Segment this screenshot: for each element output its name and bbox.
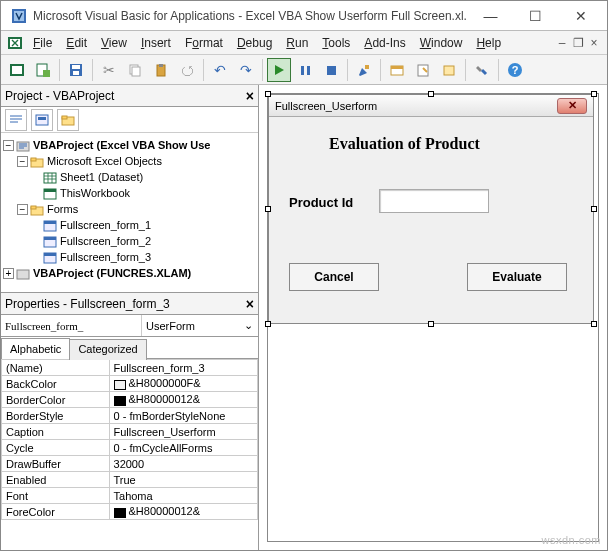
menu-file[interactable]: File bbox=[27, 33, 58, 53]
svg-rect-21 bbox=[444, 66, 454, 75]
project-tree[interactable]: −VBAProject (Excel VBA Show Use −Microso… bbox=[1, 133, 258, 293]
cancel-button[interactable]: Cancel bbox=[289, 263, 379, 291]
window-title: Microsoft Visual Basic for Applications … bbox=[33, 9, 468, 23]
product-id-label: Product Id bbox=[289, 195, 353, 210]
view-code-button[interactable] bbox=[5, 109, 27, 131]
property-value[interactable]: 32000 bbox=[109, 456, 257, 472]
tree-thisworkbook[interactable]: ThisWorkbook bbox=[60, 187, 130, 199]
property-value[interactable]: Tahoma bbox=[109, 488, 257, 504]
tree-form-1[interactable]: Fullscreen_form_1 bbox=[60, 219, 151, 231]
property-value[interactable]: &H80000012& bbox=[109, 392, 257, 408]
userform-close-button[interactable]: ✕ bbox=[557, 98, 587, 114]
property-row[interactable]: CaptionFullscreen_Userform bbox=[2, 424, 258, 440]
break-button[interactable] bbox=[293, 58, 317, 82]
tree-vbaproject[interactable]: VBAProject (Excel VBA Show Use bbox=[33, 139, 210, 151]
svg-rect-6 bbox=[43, 70, 50, 77]
window-titlebar: Microsoft Visual Basic for Applications … bbox=[1, 1, 607, 31]
property-value[interactable]: True bbox=[109, 472, 257, 488]
tree-forms-folder[interactable]: Forms bbox=[47, 203, 78, 215]
property-name: Caption bbox=[2, 424, 110, 440]
menu-format[interactable]: Format bbox=[179, 33, 229, 53]
svg-rect-40 bbox=[44, 237, 56, 240]
tree-excel-objects[interactable]: Microsoft Excel Objects bbox=[47, 155, 162, 167]
cut-button[interactable]: ✂ bbox=[97, 58, 121, 82]
svg-rect-19 bbox=[391, 66, 403, 69]
copy-button[interactable] bbox=[123, 58, 147, 82]
mdi-close-icon[interactable]: × bbox=[587, 36, 601, 50]
mdi-minimize-icon[interactable]: – bbox=[555, 36, 569, 50]
property-row[interactable]: BorderStyle0 - fmBorderStyleNone bbox=[2, 408, 258, 424]
insert-module-button[interactable] bbox=[31, 58, 55, 82]
product-id-textbox[interactable] bbox=[379, 189, 489, 213]
window-close-button[interactable]: ✕ bbox=[558, 2, 603, 30]
property-row[interactable]: BorderColor&H80000012& bbox=[2, 392, 258, 408]
properties-pane-close-button[interactable]: × bbox=[246, 296, 254, 312]
properties-window-button[interactable] bbox=[411, 58, 435, 82]
help-button[interactable]: ? bbox=[503, 58, 527, 82]
tree-form-3[interactable]: Fullscreen_form_3 bbox=[60, 251, 151, 263]
tab-categorized[interactable]: Categorized bbox=[69, 339, 146, 360]
userform-caption: Fullscreen_Userform bbox=[275, 100, 377, 112]
paste-button[interactable] bbox=[149, 58, 173, 82]
project-explorer-button[interactable] bbox=[385, 58, 409, 82]
properties-grid[interactable]: (Name)Fullscreen_form_3BackColor&H800000… bbox=[1, 359, 258, 550]
svg-rect-32 bbox=[44, 173, 56, 183]
property-value[interactable]: &H8000000F& bbox=[109, 376, 257, 392]
menu-window[interactable]: Window bbox=[414, 33, 469, 53]
redo-button[interactable]: ↷ bbox=[234, 58, 258, 82]
property-name: ForeColor bbox=[2, 504, 110, 520]
chevron-down-icon[interactable]: ⌄ bbox=[240, 319, 256, 332]
mdi-restore-icon[interactable]: ❐ bbox=[571, 36, 585, 50]
svg-rect-28 bbox=[62, 116, 67, 119]
view-object-button[interactable] bbox=[31, 109, 53, 131]
object-name-field[interactable] bbox=[1, 315, 142, 336]
project-pane-close-button[interactable]: × bbox=[246, 88, 254, 104]
property-row[interactable]: ForeColor&H80000012& bbox=[2, 504, 258, 520]
run-button[interactable] bbox=[267, 58, 291, 82]
properties-pane-title: Properties - Fullscreen_form_3 × bbox=[1, 293, 258, 315]
menu-view[interactable]: View bbox=[95, 33, 133, 53]
undo-button[interactable]: ↶ bbox=[208, 58, 232, 82]
property-value[interactable]: 0 - fmBorderStyleNone bbox=[109, 408, 257, 424]
design-mode-button[interactable] bbox=[352, 58, 376, 82]
reset-button[interactable] bbox=[319, 58, 343, 82]
evaluate-button[interactable]: Evaluate bbox=[467, 263, 567, 291]
menu-debug[interactable]: Debug bbox=[231, 33, 278, 53]
tab-alphabetic[interactable]: Alphabetic bbox=[1, 338, 70, 359]
property-row[interactable]: EnabledTrue bbox=[2, 472, 258, 488]
object-selector[interactable]: UserForm⌄ bbox=[1, 315, 258, 337]
property-value[interactable]: &H80000012& bbox=[109, 504, 257, 520]
svg-text:?: ? bbox=[512, 64, 519, 76]
menu-help[interactable]: Help bbox=[470, 33, 507, 53]
menu-insert[interactable]: Insert bbox=[135, 33, 177, 53]
property-row[interactable]: FontTahoma bbox=[2, 488, 258, 504]
toggle-folders-button[interactable] bbox=[57, 109, 79, 131]
property-row[interactable]: DrawBuffer32000 bbox=[2, 456, 258, 472]
save-button[interactable] bbox=[64, 58, 88, 82]
object-browser-button[interactable] bbox=[437, 58, 461, 82]
menu-tools[interactable]: Tools bbox=[316, 33, 356, 53]
property-row[interactable]: BackColor&H8000000F& bbox=[2, 376, 258, 392]
menu-addins[interactable]: Add-Ins bbox=[358, 33, 411, 53]
standard-toolbar: ✂ ⭯ ↶ ↷ ? bbox=[1, 55, 607, 85]
menu-run[interactable]: Run bbox=[280, 33, 314, 53]
tree-funcres[interactable]: VBAProject (FUNCRES.XLAM) bbox=[33, 267, 191, 279]
view-excel-button[interactable] bbox=[5, 58, 29, 82]
find-button[interactable]: ⭯ bbox=[175, 58, 199, 82]
userform[interactable]: Fullscreen_Userform ✕ Evaluation of Prod… bbox=[268, 94, 594, 324]
svg-rect-42 bbox=[44, 253, 56, 256]
tree-form-2[interactable]: Fullscreen_form_2 bbox=[60, 235, 151, 247]
property-row[interactable]: (Name)Fullscreen_form_3 bbox=[2, 360, 258, 376]
tree-sheet1[interactable]: Sheet1 (Dataset) bbox=[60, 171, 143, 183]
property-value[interactable]: 0 - fmCycleAllForms bbox=[109, 440, 257, 456]
window-minimize-button[interactable]: — bbox=[468, 2, 513, 30]
toolbox-button[interactable] bbox=[470, 58, 494, 82]
menu-edit[interactable]: Edit bbox=[60, 33, 93, 53]
window-maximize-button[interactable]: ☐ bbox=[513, 2, 558, 30]
userform-titlebar[interactable]: Fullscreen_Userform ✕ bbox=[269, 95, 593, 117]
svg-rect-31 bbox=[31, 158, 36, 161]
project-toolbar bbox=[1, 107, 258, 133]
property-value[interactable]: Fullscreen_form_3 bbox=[109, 360, 257, 376]
property-row[interactable]: Cycle0 - fmCycleAllForms bbox=[2, 440, 258, 456]
property-value[interactable]: Fullscreen_Userform bbox=[109, 424, 257, 440]
